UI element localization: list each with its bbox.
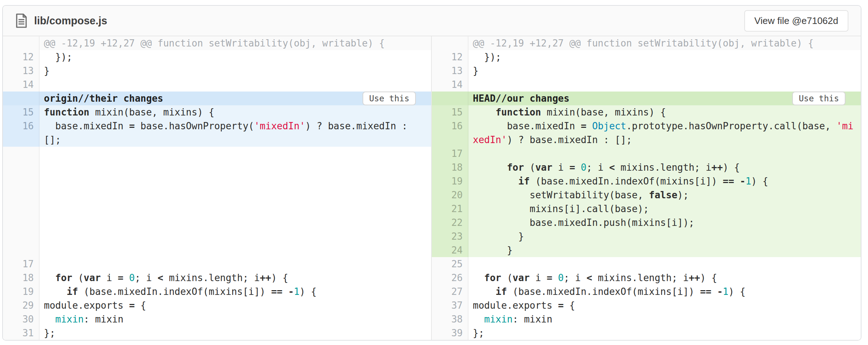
diff-row: 12 }); <box>3 50 431 64</box>
filler-content <box>40 147 431 257</box>
diff-row: 22 base.mixedIn.push(mixins[i]); <box>432 216 861 230</box>
diff-row: 18 for (var i = 0; i < mixins.length; i+… <box>3 271 431 285</box>
diff-row: 23 } <box>432 230 861 243</box>
file-header: lib/compose.js View file @e71062d <box>3 6 861 36</box>
line-number: 14 <box>3 78 40 92</box>
code-line: if (base.mixedIn.indexOf(mixins[i]) == -… <box>468 285 861 299</box>
line-number <box>3 133 40 147</box>
conflict-header-head: HEAD//our changesUse this <box>432 92 861 105</box>
code-line: if (base.mixedIn.indexOf(mixins[i]) == -… <box>468 174 861 188</box>
diff-row: 12 }); <box>432 50 861 64</box>
code-line <box>468 257 861 271</box>
use-this-button[interactable]: Use this <box>363 92 416 105</box>
code-line: mixin: mixin <box>40 312 431 326</box>
code-line: if (base.mixedIn.indexOf(mixins[i]) == -… <box>40 285 431 299</box>
conflict-header-origin: origin//their changesUse this <box>3 92 431 105</box>
diff-row: 18 for (var i = 0; i < mixins.length; i+… <box>432 161 861 174</box>
hunk-gutter <box>3 36 40 50</box>
diff-row: 17 <box>3 257 431 271</box>
line-number: 18 <box>3 271 40 285</box>
code-line: function mixin(base, mixins) { <box>468 105 861 119</box>
code-line <box>468 78 861 92</box>
code-line: }; <box>468 326 861 340</box>
line-number: 37 <box>432 299 468 312</box>
hunk-header-text: @@ -12,19 +12,27 @@ function setWritabil… <box>468 36 861 50</box>
diff-row: 24 } <box>432 243 861 257</box>
line-number: 38 <box>432 312 468 326</box>
hunk-header-text: @@ -12,19 +12,27 @@ function setWritabil… <box>40 36 431 50</box>
code-line: } <box>468 64 861 78</box>
diff-row: []; <box>3 133 431 147</box>
diff-filler-row <box>3 147 431 257</box>
diff-row: 31}; <box>3 326 431 340</box>
code-line: }); <box>40 50 431 64</box>
conflict-title: origin//their changes <box>44 93 163 104</box>
diff-row: 25 <box>432 257 861 271</box>
line-number: 15 <box>432 105 468 119</box>
file-path-title: lib/compose.js <box>34 15 107 27</box>
diff-row: 26 for (var i = 0; i < mixins.length; i+… <box>432 271 861 285</box>
diff-row: 19 if (base.mixedIn.indexOf(mixins[i]) =… <box>3 285 431 299</box>
line-number: 20 <box>432 188 468 202</box>
diff-row: 17 <box>432 147 861 161</box>
hunk-gutter <box>432 36 468 50</box>
code-line <box>468 147 861 161</box>
code-line: for (var i = 0; i < mixins.length; i++) … <box>40 271 431 285</box>
diff-row: 13} <box>432 64 861 78</box>
hunk-header-row: @@ -12,19 +12,27 @@ function setWritabil… <box>3 36 431 50</box>
line-number: 16 <box>432 119 468 133</box>
code-line: } <box>468 230 861 243</box>
line-number: 27 <box>432 285 468 299</box>
diff-panel-right: @@ -12,19 +12,27 @@ function setWritabil… <box>432 36 861 340</box>
line-number: 18 <box>432 161 468 174</box>
line-number: 17 <box>3 257 40 271</box>
use-this-button[interactable]: Use this <box>792 92 846 105</box>
diff-row: 16 base.mixedIn = base.hasOwnProperty('m… <box>3 119 431 133</box>
diff-row: 39}; <box>432 326 861 340</box>
code-line: base.mixedIn = Object.prototype.hasOwnPr… <box>468 119 861 133</box>
code-line: []; <box>40 133 431 147</box>
code-line: for (var i = 0; i < mixins.length; i++) … <box>468 161 861 174</box>
diff-row: 14 <box>432 78 861 92</box>
diff-row: 20 setWritability(base, false); <box>432 188 861 202</box>
code-line: }; <box>40 326 431 340</box>
diff-row: 15 function mixin(base, mixins) { <box>432 105 861 119</box>
code-line: for (var i = 0; i < mixins.length; i++) … <box>468 271 861 285</box>
line-number: 15 <box>3 105 40 119</box>
line-number: 12 <box>432 50 468 64</box>
code-line: xedIn') ? base.mixedIn : []; <box>468 133 861 147</box>
code-line <box>40 257 431 271</box>
diff-row: 19 if (base.mixedIn.indexOf(mixins[i]) =… <box>432 174 861 188</box>
code-line: base.mixedIn.push(mixins[i]); <box>468 216 861 230</box>
conflict-header-gutter <box>432 92 468 105</box>
code-line: } <box>468 243 861 257</box>
diff-row: 37module.exports = { <box>432 299 861 312</box>
hunk-header-row: @@ -12,19 +12,27 @@ function setWritabil… <box>432 36 861 50</box>
diff-row: 27 if (base.mixedIn.indexOf(mixins[i]) =… <box>432 285 861 299</box>
code-line <box>40 78 431 92</box>
file-text-icon <box>15 13 28 28</box>
filler-gutter <box>3 147 40 257</box>
line-number: 39 <box>432 326 468 340</box>
code-line: mixins[i].call(base); <box>468 202 861 216</box>
line-number: 19 <box>432 174 468 188</box>
code-line: }); <box>468 50 861 64</box>
diff-row: 16 base.mixedIn = Object.prototype.hasOw… <box>432 119 861 133</box>
side-by-side-diff: @@ -12,19 +12,27 @@ function setWritabil… <box>3 36 861 340</box>
line-number: 12 <box>3 50 40 64</box>
line-number <box>432 133 468 147</box>
code-line: } <box>40 64 431 78</box>
line-number: 21 <box>432 202 468 216</box>
conflict-title: HEAD//our changes <box>473 93 569 104</box>
view-file-button[interactable]: View file @e71062d <box>744 10 848 32</box>
line-number: 16 <box>3 119 40 133</box>
line-number: 24 <box>432 243 468 257</box>
code-line: setWritability(base, false); <box>468 188 861 202</box>
line-number: 31 <box>3 326 40 340</box>
line-number: 19 <box>3 285 40 299</box>
diff-row: 30 mixin: mixin <box>3 312 431 326</box>
line-number: 22 <box>432 216 468 230</box>
line-number: 23 <box>432 230 468 243</box>
line-number: 17 <box>432 147 468 161</box>
diff-row: 13} <box>3 64 431 78</box>
